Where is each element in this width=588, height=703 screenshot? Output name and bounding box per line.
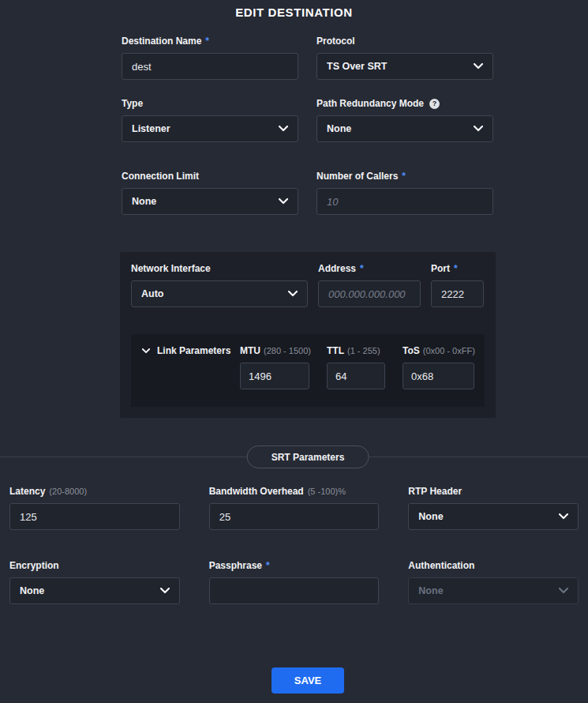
required-asterisk: * — [205, 36, 209, 47]
latency-label: Latency (20-8000) — [9, 486, 180, 497]
ttl-range-hint: (1 - 255) — [347, 345, 380, 356]
required-asterisk: * — [402, 171, 406, 182]
srt-parameters-toggle[interactable]: SRT Parameters — [247, 445, 369, 468]
srt-parameters-divider: SRT Parameters — [0, 445, 588, 468]
field-rtp-header: RTP Header None — [408, 486, 579, 530]
address-label: Address * — [318, 263, 421, 274]
label-text: MTU — [240, 345, 260, 356]
field-latency: Latency (20-8000) — [9, 486, 180, 530]
mtu-range-hint: (280 - 1500) — [264, 345, 311, 356]
label-text: Network Interface — [131, 263, 211, 274]
destination-name-label: Destination Name * — [122, 36, 298, 47]
port-label: Port * — [431, 263, 484, 274]
field-type: Type Listener — [122, 98, 298, 142]
connection-limit-select[interactable]: None — [122, 188, 298, 215]
address-input[interactable] — [318, 280, 421, 307]
field-address: Address * — [318, 263, 421, 307]
field-port: Port * — [431, 263, 484, 307]
authentication-select: None — [408, 577, 579, 604]
field-tos: ToS (0x00 - 0xFF) — [403, 345, 474, 389]
field-number-of-callers: Number of Callers * — [316, 171, 493, 215]
field-network-interface: Network Interface Auto — [131, 263, 308, 307]
ttl-label: TTL (1 - 255) — [327, 345, 385, 356]
path-redundancy-mode-label: Path Redundancy Mode ? — [316, 98, 493, 109]
label-text: TTL — [327, 345, 344, 356]
field-path-redundancy-mode: Path Redundancy Mode ? None — [316, 98, 493, 142]
field-destination-name: Destination Name * — [122, 36, 298, 80]
rtp-header-label: RTP Header — [408, 486, 579, 497]
link-parameters-panel: Link Parameters MTU (280 - 1500) TTL (1 … — [131, 334, 485, 407]
required-asterisk: * — [360, 263, 364, 274]
field-protocol: Protocol TS Over SRT — [316, 36, 493, 80]
network-interface-select[interactable]: Auto — [131, 280, 308, 307]
path-redundancy-mode-select[interactable]: None — [316, 115, 493, 142]
chevron-down-icon — [474, 126, 483, 132]
encryption-selected-value: None — [20, 585, 44, 596]
label-text: Passphrase — [209, 560, 262, 571]
number-of-callers-label: Number of Callers * — [316, 171, 493, 182]
label-text: Encryption — [9, 560, 59, 571]
label-text: Authentication — [408, 560, 474, 571]
authentication-selected-value: None — [418, 585, 443, 596]
srt-parameters-form: Latency (20-8000) Bandwidth Overhead (5 … — [9, 486, 579, 604]
latency-input[interactable] — [9, 503, 180, 530]
label-text: ToS — [403, 345, 420, 356]
connection-limit-selected-value: None — [132, 196, 156, 207]
type-select[interactable]: Listener — [122, 115, 298, 142]
protocol-label: Protocol — [316, 36, 493, 47]
chevron-down-icon — [160, 588, 170, 594]
chevron-down-icon — [288, 291, 298, 297]
tos-input[interactable] — [403, 363, 474, 389]
label-text: Latency — [9, 486, 45, 497]
help-icon[interactable]: ? — [429, 99, 440, 109]
edit-destination-dialog: EDIT DESTINATION Destination Name * Prot… — [0, 0, 588, 694]
destination-name-input[interactable] — [122, 53, 298, 80]
protocol-select[interactable]: TS Over SRT — [316, 53, 493, 80]
save-button[interactable]: SAVE — [272, 667, 344, 694]
required-asterisk: * — [266, 560, 270, 571]
label-text: Port — [431, 263, 450, 274]
chevron-down-icon — [279, 126, 288, 132]
label-text: Destination Name — [122, 36, 201, 47]
label-text: Bandwidth Overhead — [209, 486, 304, 497]
authentication-label: Authentication — [408, 560, 579, 571]
tos-label: ToS (0x00 - 0xFF) — [403, 345, 474, 356]
encryption-select[interactable]: None — [9, 577, 180, 604]
passphrase-input[interactable] — [209, 577, 380, 604]
network-interface-label: Network Interface — [131, 263, 308, 274]
rtp-header-select[interactable]: None — [408, 503, 579, 530]
field-authentication: Authentication None — [408, 560, 579, 604]
link-parameters-label: Link Parameters — [157, 345, 230, 356]
port-input[interactable] — [431, 280, 484, 307]
chevron-down-icon — [279, 198, 288, 205]
field-mtu: MTU (280 - 1500) — [240, 345, 309, 389]
network-panel-row: Network Interface Auto Address * — [131, 263, 485, 307]
bandwidth-overhead-input[interactable] — [209, 503, 380, 530]
label-text: Address — [318, 263, 356, 274]
ttl-input[interactable] — [327, 363, 385, 389]
connection-limit-label: Connection Limit — [122, 171, 298, 182]
protocol-selected-value: TS Over SRT — [327, 61, 387, 72]
path-redundancy-mode-selected-value: None — [327, 123, 351, 134]
label-text: Number of Callers — [316, 171, 398, 182]
type-selected-value: Listener — [132, 123, 170, 134]
label-text: Connection Limit — [122, 171, 199, 182]
label-text: RTP Header — [408, 486, 462, 497]
chevron-down-icon — [559, 588, 568, 594]
link-parameters-toggle[interactable]: Link Parameters — [142, 345, 240, 356]
label-text: Path Redundancy Mode — [316, 98, 424, 109]
field-passphrase: Passphrase * — [209, 560, 380, 604]
label-text: Type — [122, 98, 143, 109]
label-text: Protocol — [316, 36, 355, 47]
network-interface-selected-value: Auto — [141, 288, 163, 299]
destination-form-top: Destination Name * Protocol TS Over SRT … — [122, 36, 493, 215]
rtp-header-selected-value: None — [418, 511, 443, 522]
save-row: SAVE — [0, 667, 588, 694]
type-label: Type — [122, 98, 298, 109]
chevron-down-icon — [474, 63, 483, 70]
network-panel: Network Interface Auto Address * — [120, 252, 496, 418]
mtu-input[interactable] — [240, 363, 309, 389]
number-of-callers-input[interactable] — [316, 188, 493, 215]
latency-range-hint: (20-8000) — [49, 486, 87, 497]
field-ttl: TTL (1 - 255) — [327, 345, 385, 389]
